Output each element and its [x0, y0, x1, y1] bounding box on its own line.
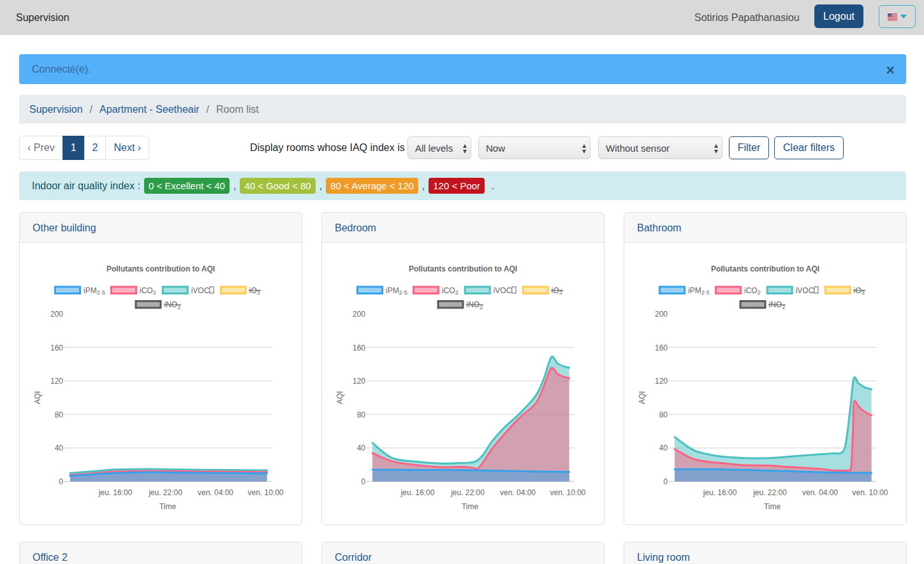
- svg-text:ven. 10:00: ven. 10:00: [247, 488, 283, 497]
- svg-text:Pollutants contribution to AQI: Pollutants contribution to AQI: [409, 264, 517, 273]
- svg-text:120: 120: [353, 377, 365, 386]
- svg-text:120: 120: [655, 377, 668, 386]
- svg-text:ven. 04:00: ven. 04:00: [500, 488, 536, 497]
- svg-text:200: 200: [353, 310, 365, 319]
- svg-text:0: 0: [361, 477, 365, 486]
- svg-text:iCO2: iCO2: [140, 286, 156, 296]
- svg-text:iCO2: iCO2: [442, 286, 458, 296]
- svg-text:jeu. 16:00: jeu. 16:00: [400, 488, 435, 497]
- svg-text:iPM2·5: iPM2·5: [84, 286, 105, 296]
- svg-text:jeu. 22:00: jeu. 22:00: [450, 488, 485, 497]
- svg-text:40: 40: [55, 444, 64, 452]
- svg-text:Pollutants contribution to AQI: Pollutants contribution to AQI: [106, 264, 215, 273]
- svg-text:160: 160: [655, 343, 668, 352]
- svg-text:iNO2: iNO2: [165, 300, 181, 310]
- svg-text:160: 160: [353, 343, 365, 352]
- svg-text:iPM2·5: iPM2·5: [688, 286, 710, 296]
- svg-text:iNO2: iNO2: [769, 300, 786, 310]
- svg-text:iNO2: iNO2: [467, 300, 483, 310]
- svg-text:200: 200: [655, 310, 668, 319]
- svg-text:ven. 04:00: ven. 04:00: [802, 488, 838, 497]
- svg-text:Time: Time: [764, 502, 781, 511]
- svg-text:iCO2: iCO2: [744, 286, 761, 296]
- svg-text:ven. 10:00: ven. 10:00: [550, 488, 585, 497]
- svg-text:80: 80: [659, 410, 668, 419]
- svg-text:0: 0: [663, 477, 668, 486]
- svg-text:160: 160: [50, 343, 63, 352]
- svg-text:iO3: iO3: [854, 286, 865, 296]
- svg-text:jeu. 22:00: jeu. 22:00: [148, 488, 182, 497]
- svg-text:Time: Time: [462, 502, 479, 511]
- svg-text:jeu. 16:00: jeu. 16:00: [703, 488, 737, 497]
- svg-text:Time: Time: [159, 502, 177, 511]
- svg-text:iVOC: iVOC: [191, 286, 210, 295]
- svg-text:jeu. 16:00: jeu. 16:00: [98, 488, 133, 497]
- svg-text:80: 80: [357, 410, 366, 419]
- svg-text:iVOC: iVOC: [494, 286, 512, 295]
- svg-text:Pollutants contribution to AQI: Pollutants contribution to AQI: [711, 264, 819, 273]
- svg-text:jeu. 22:00: jeu. 22:00: [752, 488, 787, 497]
- svg-text:iVOC: iVOC: [796, 286, 814, 295]
- svg-text:iO3: iO3: [552, 286, 562, 296]
- svg-text:iPM2·5: iPM2·5: [386, 286, 407, 296]
- svg-text:40: 40: [659, 444, 668, 452]
- svg-text:120: 120: [50, 377, 63, 386]
- svg-text:AQI: AQI: [638, 391, 647, 405]
- svg-text:40: 40: [357, 444, 366, 452]
- svg-text:200: 200: [50, 310, 63, 319]
- svg-text:AQI: AQI: [335, 391, 344, 405]
- svg-text:ven. 04:00: ven. 04:00: [198, 488, 233, 497]
- svg-text:AQI: AQI: [33, 391, 42, 405]
- svg-text:iO3: iO3: [249, 286, 260, 296]
- svg-text:80: 80: [55, 410, 64, 419]
- svg-text:0: 0: [59, 477, 63, 486]
- svg-text:ven. 10:00: ven. 10:00: [852, 488, 888, 497]
